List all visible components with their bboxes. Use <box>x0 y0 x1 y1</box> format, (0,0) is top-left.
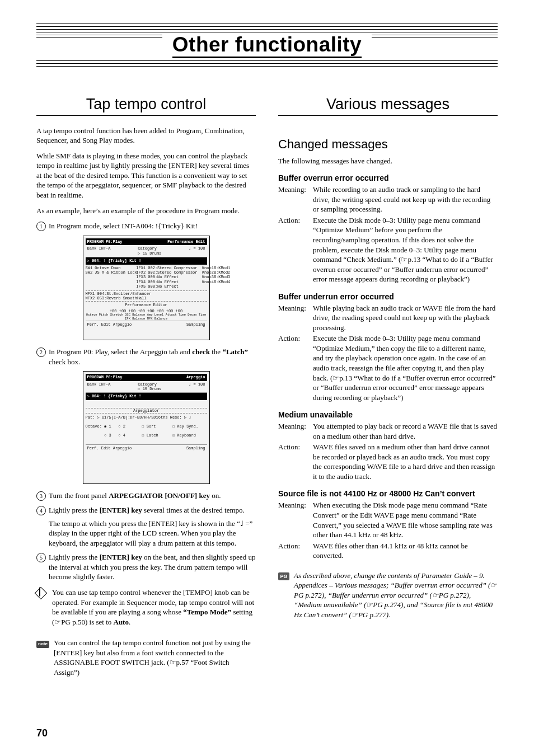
msg-title: Medium unavailable <box>278 410 498 419</box>
shot-octave-row1: Octave: ◉ 1 ○ 2 ☐ Sort ☐ Key Sync. <box>86 422 207 431</box>
msg-meaning: Meaning:When executing the Disk mode pag… <box>278 500 498 539</box>
various-messages-heading: Various messages <box>278 96 498 116</box>
msg-action: Action:Execute the Disk mode 0–3: Utilit… <box>278 215 498 284</box>
msg-meaning: Meaning:While playing back an audio trac… <box>278 303 498 333</box>
lcd-screenshot-performance-edit: PROGRAM P0:PlayPerformance Edit Bank INT… <box>83 236 210 340</box>
shot-tabs-right: Sampling <box>186 322 205 327</box>
step-text: In Program P0: Play, select the Arpeggio… <box>49 347 256 367</box>
shot-tempo: ♩ = 108 <box>189 246 205 256</box>
step-3: 3 Turn the front panel ARPEGGIATOR [ON/O… <box>36 491 256 501</box>
step-text: Lightly press the [ENTER] key on the bea… <box>49 552 256 582</box>
lcd-screenshot-arpeggio: PROGRAM P0:PlayArpeggio Bank INT-ACatego… <box>83 371 210 484</box>
shot-bank: Bank INT-A <box>87 382 111 392</box>
shot-tabs-right: Sampling <box>186 446 205 450</box>
shot-octave-row2: ○ 3 ○ 4 ☑ Latch ☑ Keyboard <box>86 431 207 440</box>
shot-program: ▷ 004: ! {Tricky} Kit ! <box>87 259 142 263</box>
intro-para-1: A tap tempo control function has been ad… <box>36 126 256 145</box>
step-text: In Program mode, select INT-A004: !{Tric… <box>49 221 256 231</box>
tip-foot-switch: note You can control the tap tempo contr… <box>36 638 256 683</box>
intro-para-2: While SMF data is playing in these modes… <box>36 151 256 200</box>
shot-value-labels: Octave Pitch Stretch OSC Balance Amp Lev… <box>86 313 207 321</box>
step-number: 3 <box>36 491 46 501</box>
step-number: 2 <box>36 348 46 357</box>
chapter-banner: Other functionality <box>36 34 498 58</box>
msg-meaning: Meaning:You attempted to play back or re… <box>278 421 498 441</box>
step-4: 4 Lightly press the [ENTER] key several … <box>36 505 256 548</box>
msg-action: Action:WAVE files saved on a medium othe… <box>278 442 498 481</box>
shot-mfx: MFX1 004:St.Exciter/Enhancer MFX2 053:Re… <box>86 291 207 302</box>
step-5: 5 Lightly press the [ENTER] key on the b… <box>36 552 256 582</box>
step-number: 5 <box>36 553 46 562</box>
shot-perf-label: Performance Editor <box>86 302 207 308</box>
step-2: 2 In Program P0: Play, select the Arpegg… <box>36 347 256 367</box>
chapter-title: Other functionality <box>172 34 362 58</box>
msg-action: Action:WAVE files other than 44.1 kHz or… <box>278 541 498 561</box>
shot-sw: SW1 Octave Down SW2 JS X & Ribbon Lock <box>86 266 134 289</box>
shot-title-left: PROGRAM P0:Play <box>87 375 123 379</box>
bottom-rules <box>36 60 498 67</box>
content-columns: Tap tempo control A tap tempo control fu… <box>36 96 498 689</box>
tap-tempo-heading: Tap tempo control <box>36 96 256 116</box>
shot-tabs-left: Perf. Edit Arpeggio <box>87 322 132 327</box>
changed-messages-heading: Changed messages <box>278 137 498 152</box>
step-number: 1 <box>36 222 46 231</box>
changed-messages-intro: The following messages have changed. <box>278 156 498 166</box>
page: Other functionality Tap tempo control A … <box>0 0 534 756</box>
shot-arp-label: Arpeggiator <box>86 408 207 414</box>
shot-program: ▷ 004: ! {Tricky} Kit ! <box>87 394 142 398</box>
shot-title-left: PROGRAM P0:Play <box>87 240 123 244</box>
shot-category: Category ▷ 15 Drums <box>138 382 161 392</box>
step-text: Turn the front panel ARPEGGIATOR [ON/OFF… <box>49 491 256 501</box>
pg-note: PG As described above, change the conten… <box>278 571 498 626</box>
step-number: 4 <box>36 506 46 515</box>
page-number: 70 <box>36 727 48 739</box>
intro-para-3: As an example, here’s an example of the … <box>36 206 256 216</box>
shot-tabs-left: Perf. Edit Arpeggio <box>87 446 132 450</box>
step-continuation: The tempo at which you press the [ENTER]… <box>49 519 256 548</box>
msg-title: Buffer overrun error occurred <box>278 173 498 182</box>
left-column: Tap tempo control A tap tempo control fu… <box>36 96 256 689</box>
msg-action: Action:Execute the Disk mode 0–3: Utilit… <box>278 334 498 402</box>
pg-icon: PG <box>278 571 289 581</box>
msg-title: Source file is not 44100 Hz or 48000 Hz … <box>278 489 498 498</box>
msg-meaning: Meaning:While recording to an audio trac… <box>278 185 498 214</box>
shot-pattern: Pat: ▷ U175(I-A/B):Dr-BD/HH/SD16ths Reso… <box>86 414 207 421</box>
shot-bank: Bank INT-A <box>87 246 111 256</box>
step-1: 1 In Program mode, select INT-A004: !{Tr… <box>36 221 256 231</box>
shot-title-right: Performance Edit <box>167 240 205 244</box>
msg-title: Buffer underrun error occurred <box>278 292 498 301</box>
tip-tempo-knob: You can use tap tempo control whenever t… <box>36 588 256 632</box>
pencil-icon <box>36 588 48 598</box>
shot-ifx: IFX1 002:Stereo Compressor Knob1B:KMod1 … <box>136 266 230 289</box>
shot-tempo: ♩ = 108 <box>189 382 205 392</box>
shot-title-right: Arpeggio <box>186 375 205 379</box>
shot-category: Category ▷ 15 Drums <box>138 246 161 256</box>
note-icon: note <box>36 638 49 648</box>
right-column: Various messages Changed messages The fo… <box>278 96 498 689</box>
step-text: Lightly press the [ENTER] key several ti… <box>49 505 256 548</box>
